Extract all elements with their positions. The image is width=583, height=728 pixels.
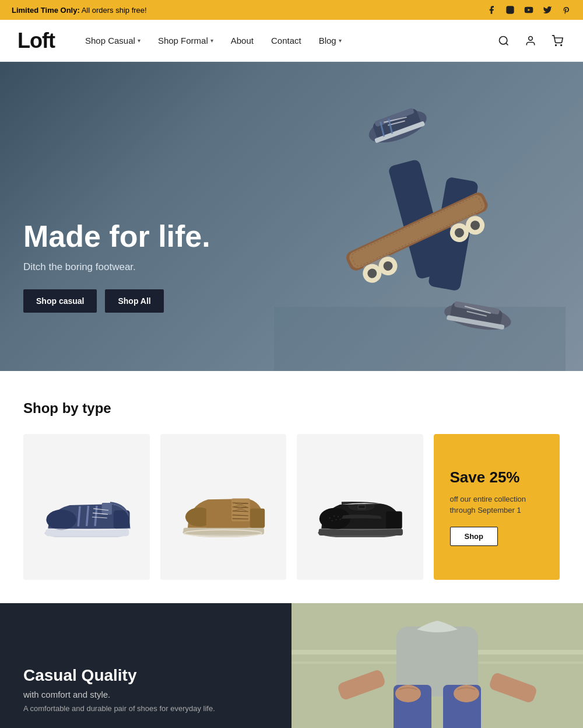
- skater-photo: [292, 603, 583, 728]
- bottom-section: Casual Quality with comfort and style. A…: [0, 603, 583, 728]
- svg-rect-9: [274, 307, 566, 371]
- skater-photo-panel: [292, 603, 583, 728]
- svg-rect-70: [359, 506, 364, 509]
- svg-point-75: [331, 520, 332, 522]
- youtube-icon[interactable]: [524, 5, 534, 15]
- svg-point-68: [319, 508, 350, 530]
- announcement-bar: Limited Time Only: All orders ship free!: [0, 0, 583, 20]
- header: Loft Shop Casual ▾ Shop Formal ▾ About C…: [0, 20, 583, 62]
- search-icon: [498, 35, 510, 47]
- casual-quality-panel: Casual Quality with comfort and style. A…: [0, 603, 292, 728]
- logo[interactable]: Loft: [17, 29, 55, 53]
- product-grid: Save 25% off our entire collection throu…: [23, 434, 560, 580]
- product-card-black-loafer[interactable]: [297, 434, 423, 580]
- casual-person-illustration: [292, 603, 583, 728]
- search-button[interactable]: [496, 33, 512, 49]
- twitter-icon[interactable]: [542, 5, 553, 15]
- facebook-icon[interactable]: [486, 5, 497, 15]
- social-icons: [486, 5, 571, 15]
- svg-point-76: [335, 519, 336, 520]
- chevron-down-icon: ▾: [210, 37, 213, 44]
- hero-section: Made for life. Ditch the boring footwear…: [0, 62, 583, 371]
- product-card-brown-boot[interactable]: [160, 434, 287, 580]
- nav-shop-formal[interactable]: Shop Formal ▾: [151, 31, 220, 50]
- main-nav: Shop Casual ▾ Shop Formal ▾ About Contac…: [78, 31, 496, 50]
- chevron-down-icon: ▾: [138, 37, 141, 44]
- hero-subtitle: Ditch the boring footwear.: [23, 261, 210, 273]
- skateboarder-illustration: [274, 74, 566, 371]
- pinterest-icon[interactable]: [561, 5, 571, 15]
- svg-point-4: [500, 36, 507, 44]
- shop-by-type-title: Shop by type: [23, 400, 560, 416]
- promo-card: Save 25% off our entire collection throu…: [434, 434, 560, 580]
- chevron-down-icon: ▾: [339, 37, 342, 44]
- nav-about[interactable]: About: [224, 31, 261, 50]
- svg-line-60: [233, 519, 248, 519]
- casual-quality-title: Casual Quality: [23, 666, 268, 685]
- nav-shop-casual[interactable]: Shop Casual ▾: [78, 31, 147, 50]
- svg-point-7: [556, 44, 557, 46]
- announcement-text: Limited Time Only: All orders ship free!: [12, 6, 147, 15]
- svg-line-5: [506, 43, 508, 45]
- product-card-blue-sneaker[interactable]: [23, 434, 150, 580]
- account-button[interactable]: [522, 33, 539, 49]
- brown-boot-image: [173, 477, 273, 537]
- black-loafer-image: [310, 477, 410, 537]
- svg-point-1: [508, 8, 511, 11]
- header-actions: [496, 33, 566, 49]
- user-icon: [525, 35, 536, 47]
- svg-point-72: [329, 517, 330, 519]
- cart-icon: [552, 35, 563, 47]
- shop-by-type-section: Shop by type: [0, 371, 583, 603]
- promo-shop-button[interactable]: Shop: [450, 527, 498, 546]
- cart-button[interactable]: [549, 33, 566, 49]
- nav-contact[interactable]: Contact: [264, 31, 308, 50]
- instagram-icon[interactable]: [505, 5, 515, 15]
- svg-rect-46: [101, 503, 111, 514]
- hero-buttons: Shop casual Shop All: [23, 289, 210, 313]
- svg-point-8: [561, 44, 562, 46]
- svg-point-73: [333, 515, 335, 516]
- svg-rect-53: [250, 509, 265, 528]
- svg-rect-71: [386, 512, 402, 529]
- promo-save-text: Save 25%: [450, 468, 520, 487]
- hero-image-area: [204, 62, 583, 371]
- shop-casual-button[interactable]: Shop casual: [23, 289, 97, 313]
- shop-all-button[interactable]: Shop All: [105, 289, 163, 313]
- casual-quality-subtitle: with comfort and style.: [23, 690, 268, 699]
- casual-quality-description: A comfortable and durable pair of shoes …: [23, 704, 268, 713]
- svg-rect-55: [231, 499, 250, 522]
- blue-sneaker-image: [36, 477, 137, 537]
- hero-title: Made for life.: [23, 220, 210, 253]
- hero-content: Made for life. Ditch the boring footwear…: [23, 220, 210, 313]
- svg-point-41: [46, 510, 76, 530]
- promo-description: off our entire collection through Septem…: [450, 494, 526, 516]
- svg-point-74: [338, 516, 339, 517]
- svg-point-77: [339, 519, 340, 520]
- svg-point-2: [512, 7, 513, 8]
- svg-point-6: [529, 36, 533, 40]
- nav-blog[interactable]: Blog ▾: [312, 31, 349, 50]
